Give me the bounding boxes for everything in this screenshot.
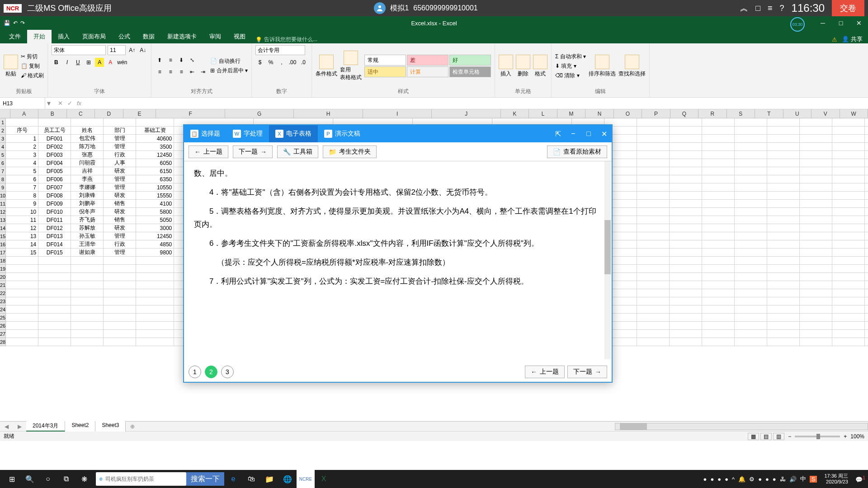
copy-button[interactable]: 📋 复制 [21,62,44,70]
cell[interactable] [735,330,767,338]
cell[interactable] [637,338,670,346]
column-header[interactable]: J [432,109,501,118]
cell[interactable] [6,322,38,330]
align-right-icon[interactable]: ≡ [177,67,186,76]
cell[interactable] [670,216,702,224]
cell[interactable] [832,314,865,322]
cell[interactable] [6,314,38,322]
cell[interactable] [735,322,767,330]
cell[interactable] [800,297,832,305]
panel-scrollbar[interactable] [604,161,611,359]
help-icon[interactable]: ? [780,4,784,13]
redo-icon[interactable]: ↷ [20,20,25,26]
cell[interactable] [71,257,104,265]
taskbar-search-button[interactable]: 搜索一下 [186,472,224,486]
tray-up-icon[interactable]: ^ [732,476,735,483]
cell[interactable] [767,167,800,175]
column-header[interactable]: W [840,109,868,118]
panel-tab-1[interactable]: W字处理 [226,125,269,142]
page-number-button[interactable]: 1 [189,366,201,378]
cell[interactable] [670,151,702,159]
cell[interactable]: 刘康锋 [71,192,104,200]
tray-icon[interactable]: ● [710,476,714,483]
cell[interactable] [702,249,735,257]
select-all-corner[interactable] [0,109,10,118]
cell[interactable]: 4850 [136,240,174,249]
cell[interactable] [832,224,865,232]
cell[interactable] [735,216,767,224]
cell[interactable]: 苏解放 [71,224,104,232]
list-icon[interactable]: ≡ [768,4,773,13]
cell[interactable]: 研发 [104,224,136,232]
orientation-icon[interactable]: ⤡ [188,56,197,65]
cell[interactable] [104,265,136,273]
cell[interactable]: 10 [6,208,38,216]
cell[interactable] [702,289,735,297]
cell[interactable] [104,330,136,338]
cell[interactable] [800,143,832,151]
ie-icon[interactable]: e [224,470,242,488]
cell[interactable] [800,281,832,289]
comma-icon[interactable]: , [277,58,286,67]
cell[interactable] [767,249,800,257]
align-middle-icon[interactable]: ≡ [166,56,175,65]
cell[interactable]: 10550 [136,183,174,192]
cell[interactable] [104,289,136,297]
delete-cells-button[interactable]: 删除 [516,55,530,78]
cell[interactable] [735,224,767,232]
cell[interactable] [702,305,735,314]
column-header[interactable]: P [642,109,670,118]
cell[interactable] [767,143,800,151]
footer-next-button[interactable]: 下一题 → [567,366,607,378]
cell[interactable] [670,240,702,249]
border-icon[interactable]: ⊞ [84,58,93,67]
column-header[interactable]: L [529,109,557,118]
ribbon-tab-文件[interactable]: 文件 [3,30,27,43]
zoom-in-icon[interactable]: + [844,433,847,440]
column-header[interactable]: M [557,109,585,118]
cell[interactable] [702,159,735,167]
cell[interactable]: DF005 [38,167,71,175]
row-header[interactable]: 9 [0,183,6,192]
cell[interactable] [637,143,670,151]
cell[interactable] [865,240,868,249]
cell[interactable] [767,322,800,330]
cell[interactable]: 销售 [104,216,136,224]
cell[interactable] [71,305,104,314]
cell[interactable] [832,330,865,338]
cell[interactable]: 序号 [6,127,38,135]
cell[interactable]: DF015 [38,249,71,257]
cell[interactable] [865,208,868,216]
cell[interactable] [735,338,767,346]
cell[interactable] [800,216,832,224]
merge-center-button[interactable]: ⊞ 合并后居中 ▾ [210,67,248,75]
footer-prev-button[interactable]: ← 上一题 [525,366,565,378]
cell[interactable] [670,159,702,167]
cell[interactable]: 闫朝霞 [71,159,104,167]
cell[interactable] [637,151,670,159]
cell[interactable]: DF009 [38,200,71,208]
zoom-slider[interactable] [795,436,840,437]
cell[interactable] [865,338,868,346]
cell[interactable] [702,151,735,159]
tray-icon[interactable]: ● [758,476,762,483]
cell[interactable] [38,338,71,346]
cell[interactable] [136,322,174,330]
cell[interactable] [865,216,868,224]
cell[interactable] [865,322,868,330]
cell[interactable] [670,143,702,151]
column-header[interactable]: F [156,109,225,118]
cell[interactable]: 管理 [104,232,136,240]
cell[interactable] [767,265,800,273]
align-bottom-icon[interactable]: ⬇ [177,56,186,65]
cell[interactable] [767,159,800,167]
cell[interactable] [136,118,174,127]
cell[interactable]: 张惠 [71,151,104,159]
column-header[interactable]: V [811,109,840,118]
cell[interactable] [800,249,832,257]
cell[interactable] [104,273,136,281]
cell[interactable] [767,232,800,240]
cell[interactable] [767,281,800,289]
cell[interactable]: 12 [6,224,38,232]
cell[interactable]: 6 [6,175,38,183]
